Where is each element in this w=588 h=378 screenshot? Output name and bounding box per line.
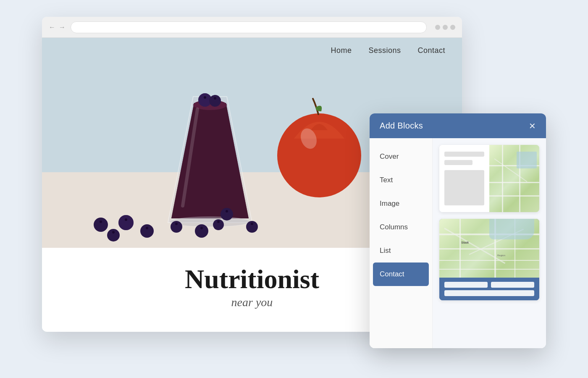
block-item-cover[interactable]: Cover bbox=[370, 145, 432, 168]
preview-input-2 bbox=[444, 160, 472, 165]
preview2-field-1 bbox=[444, 282, 488, 288]
svg-point-14 bbox=[140, 224, 154, 238]
preview-input-1 bbox=[444, 152, 484, 157]
nav-contact[interactable]: Contact bbox=[417, 46, 445, 55]
dot-1 bbox=[435, 25, 440, 30]
map-bg-1 bbox=[489, 145, 539, 212]
preview-map-large: Stadt Region bbox=[439, 219, 539, 278]
svg-point-19 bbox=[112, 231, 115, 234]
svg-point-7 bbox=[214, 97, 216, 100]
add-blocks-panel: Add Blocks ✕ Cover Text Image Columns Li… bbox=[370, 113, 546, 348]
preview2-field-full bbox=[444, 290, 534, 296]
svg-point-20 bbox=[195, 224, 208, 238]
panel-body: Cover Text Image Columns List Contact bbox=[370, 138, 546, 348]
site-nav: Home Sessions Contact bbox=[314, 38, 462, 63]
preview-card-2[interactable]: Stadt Region bbox=[439, 219, 539, 300]
svg-point-17 bbox=[175, 223, 178, 225]
nav-home[interactable]: Home bbox=[331, 46, 352, 55]
block-list: Cover Text Image Columns List Contact bbox=[370, 138, 433, 348]
svg-point-6 bbox=[209, 95, 221, 107]
close-icon[interactable]: ✕ bbox=[529, 122, 536, 130]
preview-map-right bbox=[489, 145, 539, 212]
browser-nav: ← → bbox=[49, 24, 66, 31]
panel-title: Add Blocks bbox=[380, 121, 423, 131]
svg-point-21 bbox=[200, 227, 203, 229]
map-bg-2: Stadt Region bbox=[439, 219, 539, 278]
block-item-list[interactable]: List bbox=[370, 239, 432, 262]
svg-point-25 bbox=[100, 220, 102, 223]
svg-point-29 bbox=[251, 223, 253, 225]
preview2-row-1 bbox=[444, 282, 534, 288]
preview2-form bbox=[439, 278, 539, 300]
back-arrow-icon[interactable]: ← bbox=[49, 24, 55, 31]
forward-arrow-icon[interactable]: → bbox=[59, 24, 66, 31]
svg-point-15 bbox=[146, 227, 148, 229]
preview-form-left bbox=[439, 145, 489, 212]
dot-2 bbox=[443, 25, 448, 30]
preview-card-1[interactable] bbox=[439, 145, 539, 212]
block-item-columns[interactable]: Columns bbox=[370, 215, 432, 239]
svg-point-13 bbox=[125, 218, 127, 221]
dot-3 bbox=[450, 25, 455, 30]
scene: ← → Home Sessions Contact bbox=[42, 17, 546, 361]
block-item-text[interactable]: Text bbox=[370, 168, 432, 192]
nav-sessions[interactable]: Sessions bbox=[368, 46, 401, 55]
svg-point-12 bbox=[118, 215, 134, 230]
block-item-contact[interactable]: Contact bbox=[373, 262, 429, 286]
browser-chrome: ← → bbox=[42, 17, 462, 38]
preview-textarea bbox=[444, 170, 484, 205]
svg-point-18 bbox=[107, 229, 120, 242]
svg-point-23 bbox=[217, 220, 220, 223]
block-item-image[interactable]: Image bbox=[370, 192, 432, 215]
svg-point-5 bbox=[204, 96, 206, 99]
svg-point-24 bbox=[94, 218, 108, 232]
svg-point-26 bbox=[220, 208, 233, 220]
block-previews: Stadt Region bbox=[433, 138, 546, 348]
svg-point-27 bbox=[226, 210, 228, 213]
preview2-field-2 bbox=[491, 282, 534, 288]
panel-header: Add Blocks ✕ bbox=[370, 113, 546, 138]
address-bar[interactable] bbox=[71, 21, 427, 33]
browser-dots bbox=[435, 25, 455, 30]
